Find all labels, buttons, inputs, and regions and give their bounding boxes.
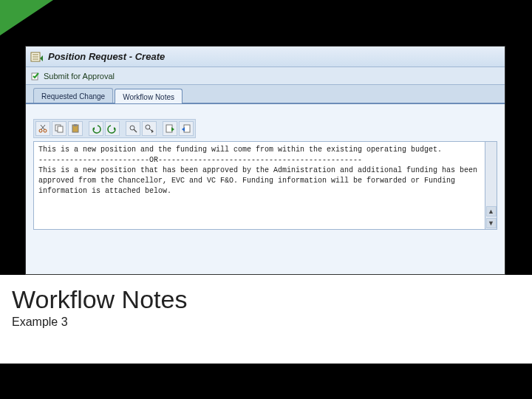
submit-link[interactable]: Submit for Approval <box>44 72 115 81</box>
svg-rect-11 <box>58 126 63 132</box>
svg-line-19 <box>149 129 151 131</box>
find-button[interactable] <box>126 121 140 136</box>
paste-button[interactable] <box>68 121 83 136</box>
svg-line-17 <box>134 129 137 132</box>
notes-textarea[interactable]: This is a new position and the funding w… <box>33 141 485 230</box>
window-title: Position Request - Create <box>48 51 165 62</box>
cut-button[interactable] <box>35 121 50 136</box>
svg-marker-4 <box>40 55 43 61</box>
svg-marker-20 <box>151 129 154 133</box>
tab-workflow-notes[interactable]: Workflow Notes <box>115 89 183 103</box>
slide-heading: Workflow Notes <box>12 285 187 314</box>
svg-point-7 <box>44 129 47 132</box>
scroll-up-icon[interactable]: ▲ <box>486 206 497 216</box>
notes-field-wrap: This is a new position and the funding w… <box>33 141 497 230</box>
findnext-button[interactable] <box>142 121 157 136</box>
slide-caption: Workflow Notes Example 3 <box>12 285 187 329</box>
notes-scrollbar[interactable]: ▲ ▼ <box>485 141 497 230</box>
slide-subheading: Example 3 <box>12 316 187 329</box>
svg-rect-13 <box>74 124 77 126</box>
svg-point-6 <box>39 129 42 132</box>
redo-button[interactable] <box>105 121 120 136</box>
app-window: Position Request - Create Submit for App… <box>25 46 505 275</box>
svg-rect-23 <box>184 125 190 132</box>
window-titlebar: Position Request - Create <box>26 47 505 67</box>
tab-content: This is a new position and the funding w… <box>26 104 505 274</box>
svg-rect-21 <box>166 125 172 132</box>
svg-marker-22 <box>171 127 174 132</box>
copy-button[interactable] <box>52 121 66 136</box>
tab-row: Requested Change Workflow Notes <box>26 85 505 104</box>
action-bar: Submit for Approval <box>26 67 505 85</box>
tab-label: Requested Change <box>41 92 105 100</box>
submit-icon <box>30 71 41 81</box>
window-icon <box>30 51 44 63</box>
scroll-down-icon[interactable]: ▼ <box>486 218 497 228</box>
svg-line-8 <box>41 125 45 129</box>
export-button[interactable] <box>179 121 194 136</box>
undo-button[interactable] <box>89 121 103 136</box>
editor-toolbar <box>33 119 196 138</box>
svg-line-9 <box>41 125 44 129</box>
svg-marker-24 <box>182 127 185 132</box>
import-button[interactable] <box>163 121 177 136</box>
tab-requested-change[interactable]: Requested Change <box>33 88 113 103</box>
slide-accent-triangle <box>0 0 53 35</box>
tab-label: Workflow Notes <box>123 93 174 101</box>
